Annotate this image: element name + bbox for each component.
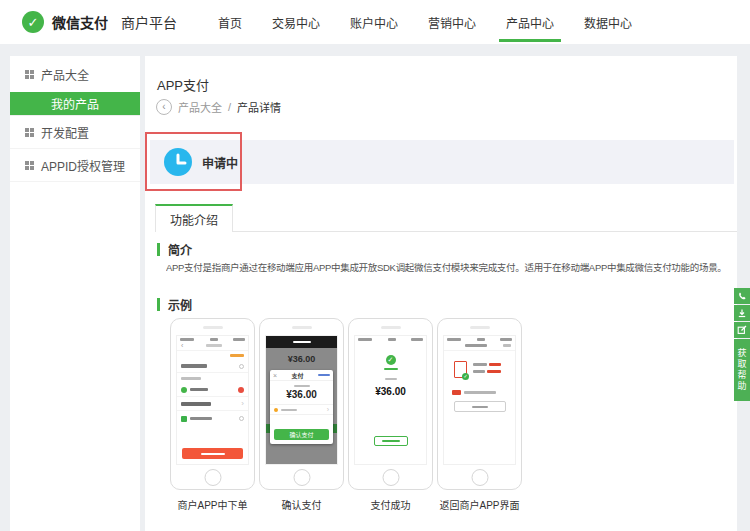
radio-selected-icon bbox=[238, 387, 244, 393]
text-placeholder bbox=[190, 388, 208, 391]
payment-sheet: × 支付 ¥36.00 › bbox=[270, 370, 333, 444]
option-row bbox=[177, 360, 248, 373]
caption-success: 支付成功 bbox=[348, 497, 433, 512]
success-amount: ¥36.00 bbox=[355, 386, 426, 397]
breadcrumb-current: 产品详情 bbox=[237, 99, 281, 115]
text-placeholder bbox=[447, 338, 461, 341]
text-placeholder bbox=[233, 338, 245, 341]
check-glyph: ✓ bbox=[463, 373, 467, 379]
text-placeholder bbox=[464, 391, 496, 394]
text-placeholder bbox=[180, 338, 194, 341]
sidebar-item-dev-config[interactable]: 开发配置 bbox=[10, 116, 140, 149]
other-pay-row: › bbox=[177, 397, 248, 411]
main-nav: 首页 交易中心 账户中心 营销中心 产品中心 数据中心 bbox=[203, 0, 647, 44]
sidebar-item-label: 开发配置 bbox=[41, 124, 89, 141]
title-placeholder bbox=[465, 344, 487, 347]
sidebar-item-label: 产品大全 bbox=[41, 66, 89, 83]
text-placeholder bbox=[210, 338, 218, 341]
active-nav-underline bbox=[499, 39, 561, 42]
bank-pay-row bbox=[177, 411, 248, 426]
download-button[interactable] bbox=[734, 305, 750, 321]
text-placeholder bbox=[500, 338, 512, 341]
nav-item-data[interactable]: 数据中心 bbox=[569, 0, 647, 44]
chevron-right-icon: › bbox=[241, 399, 244, 408]
phone-home-button bbox=[471, 469, 488, 486]
text-placeholder bbox=[388, 338, 396, 341]
text-placeholder bbox=[181, 364, 207, 368]
done-button bbox=[374, 436, 408, 446]
help-rail: 获取帮助 bbox=[734, 288, 750, 401]
nav-item-account[interactable]: 账户中心 bbox=[335, 0, 413, 44]
amount-placeholder bbox=[487, 370, 501, 373]
phone-speaker bbox=[381, 326, 401, 329]
status-bar-placeholder bbox=[444, 336, 515, 341]
clock-icon bbox=[164, 148, 192, 176]
tab-feature-intro[interactable]: 功能介绍 bbox=[155, 204, 233, 232]
background-amount: ¥36.00 bbox=[266, 354, 337, 364]
feedback-button[interactable] bbox=[734, 322, 750, 338]
title-placeholder bbox=[293, 341, 311, 343]
nav-item-products-label: 产品中心 bbox=[506, 14, 554, 31]
logo-check-glyph: ✓ bbox=[28, 15, 39, 30]
status-label: 申请中 bbox=[202, 154, 238, 171]
grid-icon bbox=[25, 161, 34, 170]
result-line bbox=[473, 363, 501, 366]
promo-placeholder bbox=[230, 354, 244, 357]
get-help-button[interactable]: 获取帮助 bbox=[734, 339, 750, 401]
wechat-pay-icon bbox=[181, 387, 187, 393]
caption-confirm: 确认支付 bbox=[259, 497, 344, 512]
link-placeholder bbox=[318, 374, 330, 376]
payment-sheet-header: × 支付 bbox=[270, 370, 333, 381]
main-content: APP支付 ‹ 产品大全 / 产品详情 申请中 功能介绍 简介 APP支付是指商… bbox=[145, 56, 737, 531]
example-captions: 商户APP中下单 确认支付 支付成功 返回商户APP界面 bbox=[170, 497, 522, 512]
support-phone-icon bbox=[737, 291, 747, 301]
grid-icon bbox=[25, 70, 34, 79]
section-heading-examples: 示例 bbox=[157, 296, 192, 313]
nav-item-products[interactable]: 产品中心 bbox=[491, 0, 569, 44]
grid-icon bbox=[25, 128, 34, 137]
wechat-pay-row bbox=[177, 383, 248, 397]
sidebar-item-my-products[interactable]: 我的产品 bbox=[10, 92, 140, 116]
download-icon bbox=[737, 308, 747, 318]
caption-order: 商户APP中下单 bbox=[170, 497, 255, 512]
confirm-pay-button: 确认支付 bbox=[274, 429, 329, 440]
sidebar-item-product-catalog[interactable]: 产品大全 bbox=[10, 56, 140, 92]
chevron-right-icon: › bbox=[327, 406, 329, 413]
product-row bbox=[270, 385, 333, 387]
breadcrumb-parent[interactable]: 产品大全 bbox=[178, 99, 222, 115]
text-placeholder bbox=[181, 402, 211, 406]
notice-row bbox=[444, 390, 515, 395]
back-icon[interactable]: ‹ bbox=[156, 99, 172, 115]
nav-item-marketing[interactable]: 营销中心 bbox=[413, 0, 491, 44]
radio-icon bbox=[239, 364, 244, 369]
nav-item-home[interactable]: 首页 bbox=[203, 0, 257, 44]
nav-item-transactions[interactable]: 交易中心 bbox=[257, 0, 335, 44]
text-placeholder bbox=[190, 417, 212, 420]
text-placeholder bbox=[477, 338, 485, 341]
pay-method-row: › bbox=[270, 404, 333, 415]
phone-speaker bbox=[292, 326, 312, 329]
success-check-icon: ✓ bbox=[386, 355, 396, 365]
sheet-amount: ¥36.00 bbox=[270, 389, 333, 400]
phone-speaker bbox=[203, 326, 223, 329]
sidebar-item-label: 我的产品 bbox=[51, 95, 99, 112]
text-placeholder bbox=[181, 377, 201, 380]
merchant-platform-page: ✓ 微信支付 商户平台 首页 交易中心 账户中心 营销中心 产品中心 数据中心 … bbox=[0, 0, 750, 531]
caption-return: 返回商户APP界面 bbox=[437, 497, 522, 512]
phone-screen-order: ‹ bbox=[176, 335, 249, 465]
section-marker bbox=[157, 243, 160, 256]
support-phone-button[interactable] bbox=[734, 288, 750, 304]
view-order-button bbox=[454, 401, 506, 412]
breadcrumb-separator: / bbox=[228, 101, 231, 113]
feedback-edit-icon bbox=[737, 325, 747, 335]
action-placeholder bbox=[503, 344, 511, 347]
sidebar-item-appid-auth[interactable]: APPID授权管理 bbox=[10, 149, 140, 182]
success-label-placeholder bbox=[384, 368, 398, 370]
product-row bbox=[355, 378, 426, 380]
order-result-text bbox=[473, 363, 501, 373]
top-header: ✓ 微信支付 商户平台 首页 交易中心 账户中心 营销中心 产品中心 数据中心 bbox=[0, 0, 750, 44]
check-glyph: ✓ bbox=[388, 356, 394, 363]
button-label-placeholder bbox=[382, 440, 400, 442]
phone-screen-return: ✓ bbox=[443, 335, 516, 465]
back-arrow-glyph: ‹ bbox=[162, 102, 165, 112]
